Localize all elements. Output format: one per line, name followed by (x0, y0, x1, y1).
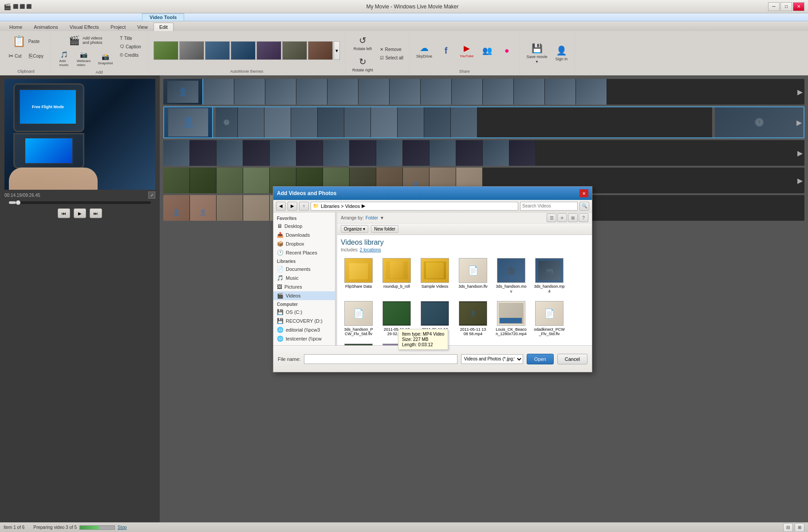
sidebar-item-downloads[interactable]: 📥 Downloads (273, 231, 335, 239)
save-buttons: 💾 Save movie ▼ 👤 Sign in (523, 33, 571, 74)
fast-forward-button[interactable]: ⏭ (90, 208, 102, 218)
cancel-button[interactable]: Cancel (557, 354, 587, 364)
forward-button[interactable]: ▶ (288, 202, 297, 211)
stop-button[interactable]: Stop (118, 525, 127, 530)
view-details-button[interactable]: ≡ (557, 213, 567, 222)
sidebar-item-documents[interactable]: 📄 Documents (273, 265, 335, 274)
open-button[interactable]: Open (527, 354, 554, 364)
select-all-button[interactable]: ☑ Select all (378, 54, 406, 62)
theme-scroll-button[interactable]: ▼ (334, 41, 340, 60)
address-bar[interactable]: 📁 Libraries > Videos ▶ (311, 202, 518, 211)
filename-input[interactable] (304, 354, 457, 364)
snapshot-button[interactable]: 📸 Snapshot (95, 49, 116, 69)
view-list-button[interactable]: ☰ (547, 213, 556, 222)
webcam-button[interactable]: 📷 Webcam video (74, 49, 94, 69)
arrange-value[interactable]: Folder (366, 215, 378, 220)
frame (243, 168, 270, 193)
skydrive-button[interactable]: ☁ SkyDrive (413, 40, 435, 61)
sidebar-item-network2[interactable]: 🌐 testcenter (\\pcw (273, 334, 335, 343)
sidebar-item-pictures[interactable]: 🖼 Pictures (273, 282, 335, 291)
expand-button[interactable]: ⤢ (148, 192, 155, 199)
file-item-louis[interactable]: Louis_CK_Beacon_1280x720.mp4 (493, 299, 529, 339)
theme-4[interactable] (231, 41, 256, 60)
file-item-3ds-flv[interactable]: 📄 3ds_handson.flv (455, 256, 491, 296)
file-item-roundup[interactable]: roundup_b_roll (379, 256, 414, 296)
save-movie-button[interactable]: 💾 Save movie ▼ (523, 41, 550, 66)
rotate-right-button[interactable]: ↻ Rotate right (349, 54, 376, 74)
rotate-left-button[interactable]: ↺ Rotate left (349, 33, 376, 53)
sign-in-button[interactable]: 👤 Sign in (552, 43, 571, 63)
tab-project[interactable]: Project (105, 23, 131, 31)
tab-view[interactable]: View (131, 23, 154, 31)
seek-bar[interactable] (9, 201, 151, 204)
file-item-vid14[interactable]: 👤 Video 14.MP4 (341, 341, 376, 345)
sidebar-item-network1[interactable]: 🌐 editorial (\\pcw3 (273, 325, 335, 334)
tab-animations[interactable]: Animations (28, 23, 63, 31)
help-button[interactable]: ? (579, 213, 588, 222)
youtube-button[interactable]: ▶ YouTube (457, 41, 477, 60)
frame (456, 140, 483, 166)
close-button[interactable]: ✕ (793, 2, 804, 11)
file-item-3ds-pcw[interactable]: 📄 3ds_handson_PCW_Flv_Std.flv (341, 299, 376, 339)
messenger-button[interactable]: 👥 (478, 43, 496, 58)
back-button[interactable]: ◀ (276, 202, 286, 211)
status-icon-1[interactable]: ⊟ (783, 523, 793, 532)
film-strip-3[interactable]: ▶ (163, 140, 804, 166)
title-button[interactable]: T Title (118, 35, 143, 42)
facebook-button[interactable]: f (437, 43, 455, 58)
file-item-flipshare[interactable]: FlipShare Data (341, 256, 376, 296)
video-tools-tab[interactable]: Video Tools (142, 13, 184, 21)
tab-visual-effects[interactable]: Visual Effects (64, 23, 105, 31)
dialog-main: Arrange by: Folder ▼ ☰ ≡ ⊞ ? Organize ▾ … (337, 212, 592, 345)
film-strip-1[interactable]: 👤 ▶ (163, 79, 804, 105)
dialog-close-button[interactable]: ✕ (579, 189, 588, 197)
theme-7[interactable] (308, 41, 333, 60)
file-item-sample[interactable]: Sample Videos (417, 256, 453, 296)
theme-1[interactable] (154, 41, 178, 60)
file-item-odad[interactable]: 📄 odadkinect_PCW_Flv_Std.flv (532, 299, 567, 339)
theme-3[interactable] (205, 41, 230, 60)
view-grid-button[interactable]: ⊞ (568, 213, 578, 222)
search-button[interactable]: 🔍 (579, 202, 589, 211)
credits-button[interactable]: © Credits (118, 51, 143, 59)
sidebar-item-recent[interactable]: 🕐 Recent Places (273, 248, 335, 257)
new-folder-button[interactable]: New folder (371, 225, 398, 233)
file-item-vid3[interactable]: 👤 2011-05-11 13 08 58.mp4 (455, 299, 491, 339)
maximize-button[interactable]: □ (780, 2, 792, 11)
theme-5[interactable] (256, 41, 281, 60)
flickr-button[interactable]: ● (498, 44, 516, 58)
locations-link[interactable]: 2 locations (360, 247, 381, 252)
paste-button[interactable]: 📋 Paste (8, 33, 44, 50)
theme-2[interactable] (179, 41, 204, 60)
remove-button[interactable]: ✕ Remove (378, 46, 406, 53)
file-item-3ds-mov[interactable]: 🎥 3ds_handson.mov (493, 256, 529, 296)
minimize-button[interactable]: ─ (768, 2, 780, 11)
file-item-3ds-mp4[interactable]: 📹 3ds_handson.mp4 (532, 256, 567, 296)
sidebar-item-videos[interactable]: 🎬 Videos (273, 291, 335, 300)
tab-home[interactable]: Home (4, 23, 28, 31)
frame (243, 140, 270, 166)
status-icon-2[interactable]: ⊞ (795, 523, 804, 532)
seek-handle[interactable] (16, 200, 20, 205)
item-count: Item 1 of 6 (4, 525, 24, 530)
play-button[interactable]: ▶ (74, 208, 86, 218)
cut-button[interactable]: ✂ Cut (5, 50, 25, 62)
up-button[interactable]: ↑ (299, 202, 309, 211)
caption-button[interactable]: 🗨 Caption (118, 43, 143, 51)
arrange-arrow[interactable]: ▼ (380, 215, 384, 220)
rewind-button[interactable]: ⏮ (58, 208, 70, 218)
sidebar-item-d-drive[interactable]: 💾 RECOVERY (D:) (273, 317, 335, 325)
sidebar-item-c-drive[interactable]: 💾 OS (C:) (273, 308, 335, 317)
film-strip-2[interactable]: 👤 🕐 🕐 ▶ (163, 106, 804, 138)
filetype-dropdown[interactable]: Videos and Photos (*.jpg;*.png;* (461, 354, 523, 364)
sidebar-item-desktop[interactable]: 🖥 Desktop (273, 222, 335, 231)
tab-edit[interactable]: Edit (154, 23, 173, 31)
search-input[interactable] (520, 202, 578, 211)
add-music-button[interactable]: 🎵 Add music (55, 49, 73, 69)
add-videos-button[interactable]: 🎬 Add videos and photos (55, 33, 116, 48)
organize-button[interactable]: Organize ▾ (341, 225, 368, 233)
theme-6[interactable] (282, 41, 307, 60)
sidebar-item-music[interactable]: 🎵 Music (273, 274, 335, 282)
copy-button[interactable]: ⎘ Copy (26, 50, 47, 62)
sidebar-item-dropbox[interactable]: 📦 Dropbox (273, 239, 335, 248)
